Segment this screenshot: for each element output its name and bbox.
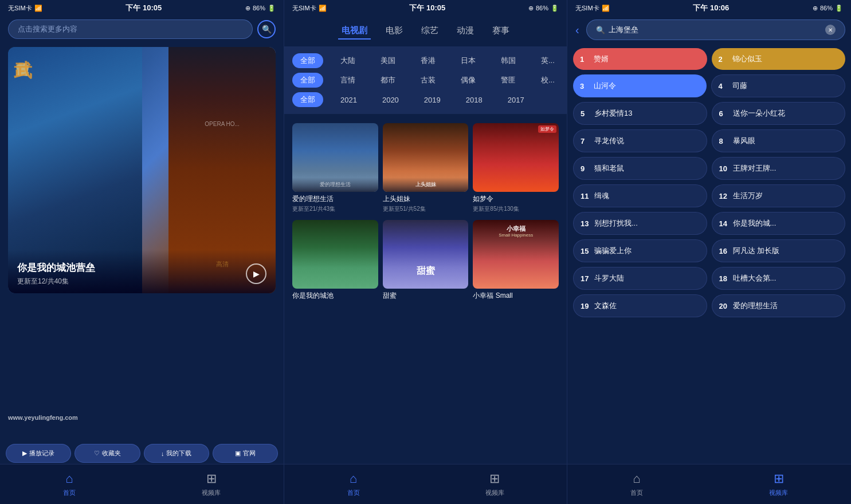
filter-region-more[interactable]: 英...: [533, 53, 563, 68]
trending-item-7[interactable]: 7 寻龙传说: [573, 129, 707, 152]
trending-name-7: 寻龙传说: [594, 136, 700, 146]
hero-banner[interactable]: 重是我的从此世营垒 OPERA HO... 高清 武 你是我的城池营垒 更新至1…: [8, 47, 276, 293]
play-button[interactable]: ▶: [246, 263, 266, 284]
trending-item-15[interactable]: 15 骗骗爱上你: [573, 239, 707, 262]
trending-item-10[interactable]: 10 王牌对王牌...: [712, 157, 846, 180]
cat-variety[interactable]: 综艺: [418, 23, 442, 40]
video-meta-3: 更新至85/共130集: [473, 205, 559, 213]
favorites-btn[interactable]: ♡ 收藏夹: [74, 444, 140, 463]
trending-item-9[interactable]: 9 猫和老鼠: [573, 157, 707, 180]
rank-17: 17: [581, 274, 590, 283]
video-card-1[interactable]: 爱的理想生活 爱的理想生活 更新至21/共43集: [292, 123, 378, 213]
nav-home-right[interactable]: ⌂ 首页: [630, 471, 643, 497]
search-input-left[interactable]: 点击搜索更多内容: [8, 19, 253, 39]
trending-item-20[interactable]: 20 爱的理想生活: [712, 294, 846, 317]
nav-library-right[interactable]: ⊞ 视频库: [769, 471, 788, 497]
filter-genre-all[interactable]: 全部: [292, 73, 323, 88]
rank-15: 15: [581, 247, 590, 255]
nav-library-middle[interactable]: ⊞ 视频库: [485, 471, 504, 497]
trending-name-16: 阿凡达 加长版: [733, 246, 838, 256]
download-icon: ↓: [161, 450, 164, 457]
official-site-btn[interactable]: ▣ 官网: [213, 444, 278, 463]
playback-record-btn[interactable]: ▶ 播放记录: [6, 444, 71, 463]
filter-year-2018[interactable]: 2018: [458, 93, 491, 107]
trending-name-4: 司藤: [732, 81, 838, 91]
rank-14: 14: [719, 219, 728, 228]
filter-genre-more[interactable]: 校...: [533, 73, 563, 88]
wifi-icon-left: 📶: [34, 5, 42, 12]
cat-tv[interactable]: 电视剧: [338, 23, 371, 40]
search-button-left[interactable]: 🔍: [257, 20, 276, 38]
filter-genre-idol[interactable]: 偶像: [453, 73, 484, 88]
rank-19: 19: [581, 302, 590, 310]
search-bar-right: ‹ 🔍 上海堡垒 ✕: [573, 19, 845, 40]
trending-item-1[interactable]: 1 赞婿: [573, 48, 707, 70]
video-thumb-3: 如梦令: [473, 123, 559, 192]
filter-year-2021[interactable]: 2021: [332, 93, 365, 107]
filter-region-korea[interactable]: 韩国: [493, 53, 524, 68]
search-bar-left: 点击搜索更多内容 🔍: [8, 19, 276, 39]
filter-genre-police[interactable]: 警匪: [493, 73, 524, 88]
trending-item-12[interactable]: 12 生活万岁: [712, 184, 846, 207]
trending-item-6[interactable]: 6 送你一朵小红花: [712, 102, 846, 125]
trending-row-1: 1 赞婿 2 锦心似玉: [573, 48, 845, 70]
filter-region-japan[interactable]: 日本: [453, 53, 484, 68]
filter-region-us[interactable]: 美国: [372, 53, 403, 68]
download-btn[interactable]: ↓ 我的下载: [144, 444, 209, 463]
video-card-2[interactable]: 上头姐妹 上头姐妹 更新至51/共52集: [383, 123, 469, 213]
filter-year-2020[interactable]: 2020: [374, 93, 407, 107]
trending-item-4[interactable]: 4 司藤: [711, 74, 846, 97]
video-meta-2: 更新至51/共52集: [383, 205, 469, 213]
trending-item-11[interactable]: 11 缉魂: [573, 184, 707, 207]
rank-18: 18: [719, 274, 728, 283]
filter-region-hk[interactable]: 香港: [413, 53, 444, 68]
filter-region-all[interactable]: 全部: [292, 53, 323, 68]
filter-year-2017[interactable]: 2017: [500, 93, 532, 107]
trending-item-16[interactable]: 16 阿凡达 加长版: [712, 239, 846, 262]
trending-name-20: 爱的理想生活: [733, 301, 838, 311]
trending-item-18[interactable]: 18 吐槽大会第...: [712, 267, 846, 290]
rank-10: 10: [719, 164, 728, 173]
rank-2: 2: [719, 55, 728, 64]
video-card-3[interactable]: 如梦令 如梦令 更新至85/共130集: [473, 123, 559, 213]
video-card-4[interactable]: 你是我的城池: [292, 220, 378, 302]
cat-movie[interactable]: 电影: [382, 23, 406, 40]
filter-genre-urban[interactable]: 都市: [372, 73, 403, 88]
video-thumb-1: 爱的理想生活: [292, 123, 378, 192]
trending-item-14[interactable]: 14 你是我的城...: [712, 212, 846, 235]
playback-icon: ▶: [22, 450, 27, 457]
video-card-6[interactable]: 小幸福 Small Happiness 小幸福 Small: [473, 220, 559, 302]
trending-item-2[interactable]: 2 锦心似玉: [712, 48, 846, 70]
category-nav: 电视剧 电影 综艺 动漫 赛事: [284, 17, 567, 45]
rank-3: 3: [580, 82, 589, 90]
trending-item-3[interactable]: 3 山河令: [573, 74, 707, 97]
bottom-buttons: ▶ 播放记录 ♡ 收藏夹 ↓ 我的下载 ▣ 官网: [0, 444, 284, 463]
trending-name-18: 吐槽大会第...: [733, 273, 838, 284]
trending-row-9: 17 斗罗大陆 18 吐槽大会第...: [573, 267, 845, 290]
video-card-5[interactable]: 甜蜜 甜蜜: [383, 220, 469, 302]
trending-item-8[interactable]: 8 暴风眼: [712, 129, 846, 152]
trending-item-13[interactable]: 13 别想打扰我...: [573, 212, 707, 235]
trending-item-5[interactable]: 5 乡村爱情13: [573, 102, 707, 125]
rank-7: 7: [581, 137, 590, 145]
cat-sports[interactable]: 赛事: [489, 23, 513, 40]
trending-item-17[interactable]: 17 斗罗大陆: [573, 267, 707, 290]
wifi-icon-right: 📶: [602, 5, 610, 12]
filter-year-2019[interactable]: 2019: [416, 93, 449, 107]
trending-name-15: 骗骗爱上你: [594, 246, 700, 256]
filter-year-all[interactable]: 全部: [292, 92, 323, 107]
nav-home-left[interactable]: ⌂ 首页: [63, 471, 76, 497]
nav-library-left[interactable]: ⊞ 视频库: [202, 471, 221, 497]
filter-row-genre: 全部 言情 都市 古装 偶像 警匪 校...: [292, 70, 559, 90]
back-button[interactable]: ‹: [573, 21, 582, 39]
filter-region-mainland[interactable]: 大陆: [332, 53, 363, 68]
nav-home-middle[interactable]: ⌂ 首页: [347, 471, 360, 497]
search-field-right[interactable]: 🔍 上海堡垒 ✕: [586, 19, 845, 40]
filter-genre-ancient[interactable]: 古装: [413, 73, 444, 88]
cat-anime[interactable]: 动漫: [453, 23, 477, 40]
trending-item-19[interactable]: 19 文森佐: [573, 294, 707, 317]
clear-search-btn[interactable]: ✕: [825, 25, 836, 35]
video-thumb-4: [292, 220, 378, 289]
location-icon-left: ⊕: [245, 5, 250, 12]
filter-genre-romance[interactable]: 言情: [332, 73, 363, 88]
